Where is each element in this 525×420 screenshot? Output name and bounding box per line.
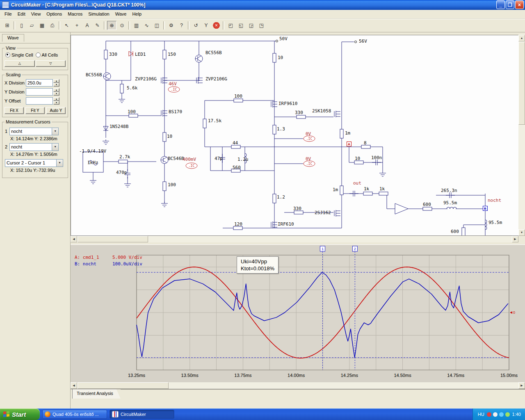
component-nmos[interactable] bbox=[271, 101, 277, 107]
component-res-h[interactable] bbox=[354, 161, 363, 164]
cursor1-signal-select[interactable]: nocht ▼ bbox=[9, 128, 59, 135]
search-schematic-button[interactable]: ▥ bbox=[132, 21, 141, 30]
tab-transient-analysis[interactable]: Transient Analysis bbox=[72, 389, 121, 399]
spinner-down-icon[interactable]: ▾ bbox=[53, 83, 59, 87]
x-division-input[interactable] bbox=[26, 79, 53, 87]
task-button-circuitmaker[interactable]: CircuitMaker bbox=[110, 410, 174, 419]
component-gnd[interactable] bbox=[124, 182, 131, 187]
component-nmos[interactable] bbox=[334, 111, 340, 117]
component-npn[interactable] bbox=[161, 156, 168, 164]
component-res-v[interactable] bbox=[340, 129, 343, 138]
component-ic[interactable]: .IC bbox=[304, 136, 315, 142]
minimize-button[interactable]: _ bbox=[496, 0, 505, 9]
schematic-horizontal-scrollbar[interactable]: ◀ ▶ bbox=[71, 236, 525, 242]
tray-icon-network[interactable] bbox=[499, 412, 504, 417]
component-pmos[interactable] bbox=[334, 210, 340, 217]
probe-y-button[interactable]: Y bbox=[201, 21, 211, 30]
component-pnp[interactable] bbox=[103, 73, 111, 80]
scroll-up-button[interactable]: ▲ bbox=[518, 35, 525, 41]
component-gnd[interactable] bbox=[119, 98, 125, 103]
radio-all-cells[interactable]: All Cells bbox=[36, 52, 58, 57]
help-button[interactable]: ? bbox=[177, 21, 186, 30]
wave-horizontal-scrollbar[interactable]: ◀ ▶ bbox=[71, 382, 525, 389]
start-button[interactable]: Start bbox=[0, 409, 40, 420]
menu-item-options[interactable]: Options bbox=[43, 10, 65, 18]
save-file-button[interactable]: ▦ bbox=[37, 21, 47, 30]
open-file-button[interactable]: ▱ bbox=[27, 21, 37, 30]
scrollbar-thumb[interactable] bbox=[78, 236, 148, 242]
chevron-down-icon[interactable]: ▼ bbox=[56, 160, 63, 167]
spinner-down-icon[interactable]: ▾ bbox=[53, 101, 59, 105]
scrollbar-thumb[interactable] bbox=[518, 42, 525, 125]
component-term[interactable] bbox=[355, 41, 357, 43]
component-gnd[interactable] bbox=[103, 139, 109, 144]
spinner[interactable]: ▴▾ bbox=[53, 79, 59, 87]
scope-display-3-button[interactable]: ◲ bbox=[247, 21, 256, 30]
task-button-firefox[interactable]: Quad 405-ös erősítő ... bbox=[42, 410, 107, 419]
component-gnd[interactable] bbox=[161, 202, 168, 207]
component-nmos[interactable] bbox=[161, 110, 167, 116]
maximize-button[interactable]: ❐ bbox=[506, 0, 514, 9]
component-res-v[interactable] bbox=[462, 228, 465, 235]
close-button[interactable]: × bbox=[515, 0, 524, 9]
component-res-v[interactable] bbox=[273, 53, 276, 62]
cursor2-signal-select[interactable]: nocht ▼ bbox=[9, 143, 59, 151]
component-res-h[interactable] bbox=[129, 114, 138, 117]
component-res-h[interactable] bbox=[297, 115, 306, 119]
menu-item-help[interactable]: Help bbox=[129, 10, 144, 18]
tab-wave[interactable]: Wave bbox=[2, 34, 24, 42]
component-ic[interactable]: .IC bbox=[168, 87, 180, 92]
menu-item-simulation[interactable]: Simulation bbox=[85, 10, 112, 18]
component-ind-h[interactable] bbox=[447, 207, 457, 209]
scope-display-1-button[interactable]: ◰ bbox=[226, 21, 235, 30]
component-res-h[interactable] bbox=[361, 145, 370, 148]
zoom-in-tool-button[interactable]: ⊕ bbox=[107, 21, 116, 30]
component-res-h[interactable] bbox=[423, 207, 432, 210]
menu-item-macros[interactable]: Macros bbox=[65, 10, 85, 18]
component-res-v[interactable] bbox=[203, 119, 206, 128]
radio-single-cell[interactable]: Single Cell bbox=[5, 52, 33, 57]
component-res-v[interactable] bbox=[273, 125, 276, 134]
component-res-h[interactable] bbox=[294, 211, 303, 214]
component-ic[interactable]: .IC bbox=[304, 161, 315, 167]
component-pmos[interactable] bbox=[161, 77, 167, 84]
component-res-v[interactable] bbox=[104, 50, 107, 59]
fit-y-button[interactable]: Fit Y bbox=[25, 107, 45, 114]
reset-simulation-button[interactable]: ↺ bbox=[191, 21, 201, 30]
component-res-h[interactable] bbox=[234, 99, 243, 102]
scope-display-2-button[interactable]: ◱ bbox=[236, 21, 246, 30]
select-tool-button[interactable]: ↖ bbox=[62, 21, 71, 30]
spinner[interactable]: ▴▾ bbox=[53, 97, 59, 105]
component-res-h[interactable] bbox=[233, 226, 242, 230]
tray-icon-security[interactable] bbox=[487, 412, 491, 417]
cell-up-button[interactable]: △ bbox=[5, 60, 35, 67]
auto-y-button[interactable]: Auto Y bbox=[46, 107, 66, 114]
menu-item-wave[interactable]: Wave bbox=[112, 10, 130, 18]
component-ic[interactable]: .IC bbox=[186, 163, 197, 169]
component-term[interactable] bbox=[276, 40, 278, 42]
tray-icon-messenger[interactable] bbox=[505, 412, 510, 417]
spinner-up-icon[interactable]: ▴ bbox=[53, 88, 59, 92]
text-tool-button[interactable]: A bbox=[82, 21, 92, 30]
scroll-right-button[interactable]: ▶ bbox=[512, 236, 518, 242]
tray-icon-volume[interactable] bbox=[493, 412, 498, 417]
cell-down-button[interactable]: ▽ bbox=[36, 60, 66, 67]
component-res-v[interactable] bbox=[273, 194, 276, 203]
spinner-up-icon[interactable]: ▴ bbox=[53, 79, 59, 83]
component-probe[interactable]: B bbox=[483, 206, 488, 210]
y-division-input[interactable] bbox=[26, 88, 53, 96]
component-res-v[interactable] bbox=[163, 50, 166, 59]
spinner[interactable]: ▴▾ bbox=[53, 88, 59, 96]
stop-simulation-button[interactable]: × bbox=[212, 21, 221, 30]
component-probe[interactable]: A bbox=[347, 142, 352, 146]
chevron-down-icon[interactable]: ▼ bbox=[52, 144, 58, 151]
component-res-v[interactable] bbox=[163, 182, 166, 191]
cursor-diff-select[interactable]: Cursor 2 - Cursor 1 ▼ bbox=[5, 159, 63, 167]
component-res-v[interactable] bbox=[120, 84, 123, 93]
menu-item-file[interactable]: File bbox=[2, 10, 15, 18]
component-res-h[interactable] bbox=[363, 192, 372, 195]
tile-windows-button[interactable]: ◫ bbox=[152, 21, 162, 30]
component-res-v[interactable] bbox=[340, 186, 343, 195]
spinner-down-icon[interactable]: ▾ bbox=[53, 92, 59, 96]
edit-tool-button[interactable]: ✎ bbox=[93, 21, 102, 30]
